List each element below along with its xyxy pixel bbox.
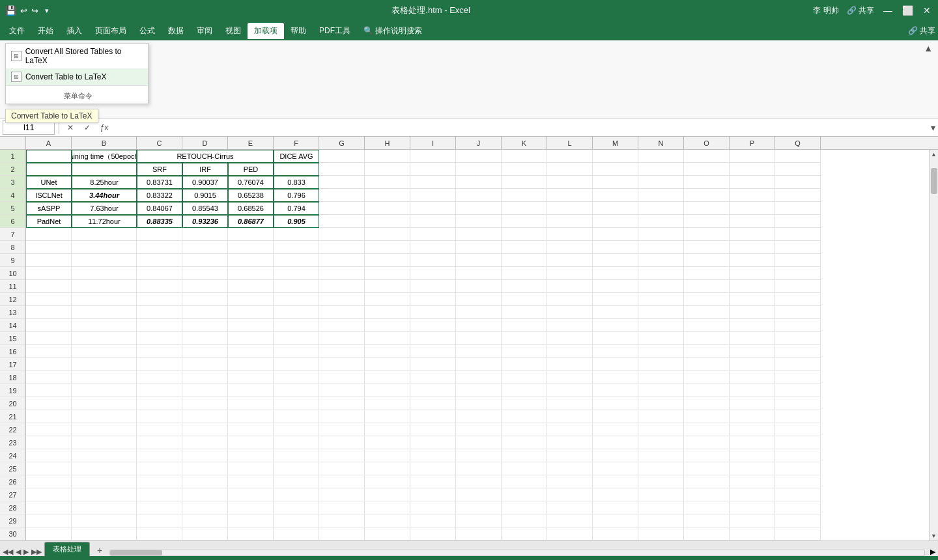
cell-r22c5[interactable] — [228, 423, 274, 436]
convert-table-button[interactable]: ⊞ Convert Table to LaTeX — [6, 68, 148, 85]
cell-r26c15[interactable] — [684, 475, 730, 488]
cell-r24c15[interactable] — [684, 449, 730, 462]
cell-r25c9[interactable] — [410, 462, 456, 475]
cell-r17c11[interactable] — [502, 358, 547, 371]
cell-r12c9[interactable] — [410, 293, 456, 306]
cell-r4c11[interactable] — [502, 189, 547, 202]
cell-r4c10[interactable] — [456, 189, 502, 202]
cell-r28c1[interactable] — [26, 501, 72, 514]
redo-icon[interactable]: ↪ — [31, 6, 38, 16]
cell-r21c9[interactable] — [410, 410, 456, 423]
cell-r10c15[interactable] — [684, 267, 730, 280]
cell-r23c15[interactable] — [684, 436, 730, 449]
cell-r13c13[interactable] — [593, 306, 638, 319]
cell-r27c3[interactable] — [137, 488, 182, 501]
cell-r22c15[interactable] — [684, 423, 730, 436]
cell-r7c7[interactable] — [319, 228, 365, 241]
row-header-3[interactable]: 3 — [0, 176, 25, 189]
cell-r6c8[interactable] — [365, 215, 410, 228]
cell-r27c9[interactable] — [410, 488, 456, 501]
cell-r15c17[interactable] — [775, 332, 821, 345]
col-header-E[interactable]: E — [228, 137, 274, 149]
scroll-up[interactable]: ▲ — [930, 150, 939, 159]
cell-r28c13[interactable] — [593, 501, 638, 514]
cell-r21c5[interactable] — [228, 410, 274, 423]
cell-r6c15[interactable] — [684, 215, 730, 228]
menu-formula[interactable]: 公式 — [133, 23, 162, 39]
cell-r21c6[interactable] — [274, 410, 319, 423]
cell-r25c12[interactable] — [547, 462, 593, 475]
cell-r25c2[interactable] — [72, 462, 137, 475]
cell-r16c1[interactable] — [26, 345, 72, 358]
sheet-tab-active[interactable]: 表格处理 — [44, 542, 90, 556]
row-header-16[interactable]: 16 — [0, 345, 25, 358]
cell-r23c14[interactable] — [638, 436, 684, 449]
close-button[interactable]: ✕ — [921, 5, 933, 16]
cell-r14c1[interactable] — [26, 319, 72, 332]
cell-r22c10[interactable] — [456, 423, 502, 436]
cell-r27c7[interactable] — [319, 488, 365, 501]
row-header-18[interactable]: 18 — [0, 371, 25, 384]
cell-r4c13[interactable] — [593, 189, 638, 202]
cell-r25c11[interactable] — [502, 462, 547, 475]
cell-r17c2[interactable] — [72, 358, 137, 371]
col-header-H[interactable]: H — [365, 137, 410, 149]
share-icon[interactable]: 🔗 共享 — [847, 5, 874, 16]
cell-r28c9[interactable] — [410, 501, 456, 514]
cell-r17c14[interactable] — [638, 358, 684, 371]
cell-r8c16[interactable] — [730, 241, 775, 254]
cell-r16c15[interactable] — [684, 345, 730, 358]
cell-r8c14[interactable] — [638, 241, 684, 254]
cell-r4c3[interactable]: 0.83322 — [137, 189, 182, 202]
cell-r9c4[interactable] — [182, 254, 228, 267]
cell-r2c14[interactable] — [638, 163, 684, 176]
cell-r15c4[interactable] — [182, 332, 228, 345]
cell-r25c13[interactable] — [593, 462, 638, 475]
col-header-P[interactable]: P — [730, 137, 775, 149]
cell-r22c3[interactable] — [137, 423, 182, 436]
cell-r8c8[interactable] — [365, 241, 410, 254]
cell-r4c15[interactable] — [684, 189, 730, 202]
cell-r3c11[interactable] — [502, 176, 547, 189]
cell-r25c17[interactable] — [775, 462, 821, 475]
cell-r17c1[interactable] — [26, 358, 72, 371]
cell-r2c13[interactable] — [593, 163, 638, 176]
cell-r24c1[interactable] — [26, 449, 72, 462]
menu-home[interactable]: 开始 — [31, 23, 60, 39]
cell-r8c11[interactable] — [502, 241, 547, 254]
cell-r6c9[interactable] — [410, 215, 456, 228]
menu-pdf[interactable]: PDF工具 — [313, 23, 357, 39]
cell-r3c5[interactable]: 0.76074 — [228, 176, 274, 189]
cell-r10c8[interactable] — [365, 267, 410, 280]
cell-r29c2[interactable] — [72, 514, 137, 527]
cell-r26c13[interactable] — [593, 475, 638, 488]
cell-r5c8[interactable] — [365, 202, 410, 215]
cell-r13c6[interactable] — [274, 306, 319, 319]
cell-r20c10[interactable] — [456, 397, 502, 410]
cell-r8c17[interactable] — [775, 241, 821, 254]
cell-r3c8[interactable] — [365, 176, 410, 189]
cell-r18c4[interactable] — [182, 371, 228, 384]
cell-r17c13[interactable] — [593, 358, 638, 371]
cell-r3c7[interactable] — [319, 176, 365, 189]
cell-r6c4[interactable]: 0.93236 — [182, 215, 228, 228]
sheet-nav-prev[interactable]: ◀ — [16, 548, 21, 556]
cell-r28c2[interactable] — [72, 501, 137, 514]
cell-r8c2[interactable] — [72, 241, 137, 254]
cell-r10c13[interactable] — [593, 267, 638, 280]
cell-r16c9[interactable] — [410, 345, 456, 358]
cell-r9c7[interactable] — [319, 254, 365, 267]
cell-r16c4[interactable] — [182, 345, 228, 358]
formula-insert-button[interactable]: ƒx — [97, 120, 111, 135]
cell-r26c3[interactable] — [137, 475, 182, 488]
cell-r18c6[interactable] — [274, 371, 319, 384]
cell-r9c9[interactable] — [410, 254, 456, 267]
row-header-12[interactable]: 12 — [0, 293, 25, 306]
menu-page-layout[interactable]: 页面布局 — [89, 23, 133, 39]
minimize-button[interactable]: — — [882, 5, 894, 16]
cell-r7c10[interactable] — [456, 228, 502, 241]
cell-r24c8[interactable] — [365, 449, 410, 462]
cell-r12c15[interactable] — [684, 293, 730, 306]
cell-r8c10[interactable] — [456, 241, 502, 254]
cell-r17c12[interactable] — [547, 358, 593, 371]
